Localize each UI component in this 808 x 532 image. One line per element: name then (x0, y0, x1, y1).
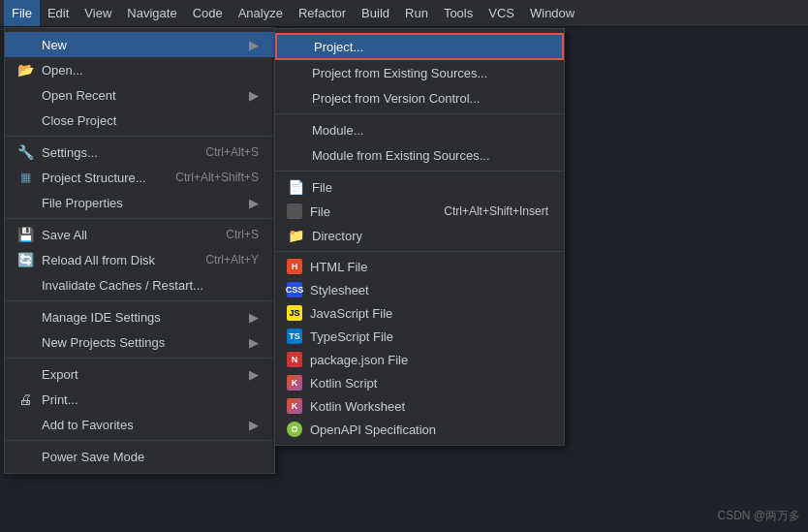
menu-view[interactable]: View (77, 0, 119, 26)
submenu-module-existing-label: Module from Existing Sources... (312, 148, 490, 163)
submenu-item-scratch[interactable]: File Ctrl+Alt+Shift+Insert (275, 200, 564, 223)
menu-item-power-save[interactable]: Power Save Mode (5, 444, 274, 469)
power-save-icon (16, 448, 34, 465)
css-icon: CSS (287, 282, 302, 297)
menu-item-open[interactable]: 📂 Open... (5, 57, 274, 82)
submenu-item-project[interactable]: Project... (275, 33, 564, 60)
submenu-module-label: Module... (312, 123, 363, 138)
open-recent-icon (16, 86, 34, 104)
settings-shortcut: Ctrl+Alt+S (176, 145, 259, 159)
menu-item-save-all[interactable]: 💾 Save All Ctrl+S (5, 222, 274, 247)
project-structure-icon: ▦ (16, 169, 34, 186)
kotlin-script-icon: K (287, 375, 302, 391)
menu-analyze[interactable]: Analyze (231, 0, 291, 26)
submenu-item-js[interactable]: JS JavaScript File (275, 301, 564, 325)
menu-item-settings[interactable]: 🔧 Settings... Ctrl+Alt+S (5, 140, 274, 165)
module-existing-icon (287, 146, 304, 164)
submenu-js-label: JavaScript File (310, 306, 392, 321)
submenu-sep-3 (275, 251, 564, 252)
menu-refactor[interactable]: Refactor (291, 0, 354, 26)
open-recent-arrow: ▶ (239, 88, 259, 103)
menu-tools[interactable]: Tools (436, 0, 481, 26)
new-submenu: Project... Project from Existing Sources… (274, 28, 565, 446)
menu-item-favorites[interactable]: Add to Favorites ▶ (5, 412, 274, 437)
menu-invalidate-label: Invalidate Caches / Restart... (42, 278, 203, 293)
menu-item-invalidate[interactable]: Invalidate Caches / Restart... (5, 272, 274, 297)
menu-item-file-properties[interactable]: File Properties ▶ (5, 190, 274, 215)
submenu-item-ts[interactable]: TS TypeScript File (275, 325, 564, 348)
menu-vcs[interactable]: VCS (481, 0, 522, 26)
menu-item-new-label: New (42, 38, 67, 52)
new-icon (16, 36, 34, 53)
export-icon (16, 365, 34, 383)
submenu-item-module[interactable]: Module... (275, 117, 564, 142)
favorites-icon (16, 416, 34, 433)
menu-item-reload[interactable]: 🔄 Reload All from Disk Ctrl+Alt+Y (5, 247, 274, 272)
submenu-item-css[interactable]: CSS Stylesheet (275, 278, 564, 301)
new-projects-arrow: ▶ (239, 335, 259, 350)
menu-item-export[interactable]: Export ▶ (5, 361, 274, 387)
submenu-sep-1 (275, 113, 564, 114)
file-sep-2 (5, 218, 274, 219)
manage-ide-arrow: ▶ (239, 310, 259, 325)
close-project-icon (16, 111, 34, 129)
submenu-css-label: Stylesheet (310, 283, 369, 297)
menu-project-structure-label: Project Structure... (42, 171, 146, 185)
new-projects-icon (16, 333, 34, 351)
menu-item-new[interactable]: New ▶ Project... Project from Existing S… (5, 32, 274, 57)
reload-shortcut: Ctrl+Alt+Y (176, 253, 259, 266)
menu-file[interactable]: File (4, 0, 40, 26)
menu-reload-label: Reload All from Disk (42, 253, 155, 267)
submenu-pkg-label: package.json File (310, 353, 408, 367)
submenu-project-existing-label: Project from Existing Sources... (312, 66, 487, 80)
menu-code[interactable]: Code (185, 0, 231, 26)
manage-ide-icon (16, 308, 34, 326)
submenu-item-module-existing[interactable]: Module from Existing Sources... (275, 142, 564, 168)
file-sep-5 (5, 440, 274, 441)
export-arrow: ▶ (239, 367, 259, 382)
submenu-item-openapi[interactable]: O OpenAPI Specification (275, 418, 564, 441)
menu-build[interactable]: Build (354, 0, 397, 26)
menu-item-project-structure[interactable]: ▦ Project Structure... Ctrl+Alt+Shift+S (5, 165, 274, 190)
menu-close-project-label: Close Project (42, 113, 116, 128)
menu-item-open-recent[interactable]: Open Recent ▶ (5, 82, 274, 108)
menu-settings-label: Settings... (42, 145, 98, 160)
menu-open-recent-label: Open Recent (42, 88, 116, 103)
menu-item-print[interactable]: 🖨 Print... (5, 387, 274, 412)
menu-navigate[interactable]: Navigate (119, 0, 184, 26)
submenu-item-kotlin-worksheet[interactable]: K Kotlin Worksheet (275, 394, 564, 418)
ts-icon: TS (287, 329, 302, 344)
dropdown-overlay: New ▶ Project... Project from Existing S… (0, 27, 275, 474)
invalidate-icon (16, 276, 34, 294)
menu-power-save-label: Power Save Mode (42, 450, 144, 464)
directory-icon: 📁 (287, 227, 304, 244)
submenu-project-vcs-label: Project from Version Control... (312, 91, 480, 106)
submenu-sep-2 (275, 171, 564, 172)
submenu-item-html[interactable]: H HTML File (275, 255, 564, 278)
menu-edit[interactable]: Edit (40, 0, 77, 26)
file-sep-4 (5, 358, 274, 359)
file-properties-arrow: ▶ (239, 196, 259, 210)
menu-item-manage-ide[interactable]: Manage IDE Settings ▶ (5, 304, 274, 329)
menu-item-new-projects[interactable]: New Projects Settings ▶ (5, 329, 274, 355)
submenu-item-file[interactable]: 📄 File (275, 174, 564, 200)
menu-item-close-project[interactable]: Close Project (5, 108, 274, 133)
menu-file-properties-label: File Properties (42, 196, 123, 210)
menu-run[interactable]: Run (397, 0, 436, 26)
submenu-item-kotlin-script[interactable]: K Kotlin Script (275, 371, 564, 394)
menu-favorites-label: Add to Favorites (42, 418, 134, 432)
menu-window[interactable]: Window (522, 0, 582, 26)
submenu-directory-label: Directory (312, 229, 362, 243)
module-icon (287, 121, 304, 139)
file-sep-1 (5, 136, 274, 137)
new-arrow-icon: ▶ (239, 38, 259, 52)
submenu-item-project-vcs[interactable]: Project from Version Control... (275, 85, 564, 110)
menu-open-label: Open... (42, 63, 83, 78)
submenu-item-pkg[interactable]: N package.json File (275, 348, 564, 371)
submenu-item-directory[interactable]: 📁 Directory (275, 223, 564, 248)
save-all-icon: 💾 (16, 226, 34, 243)
project-structure-shortcut: Ctrl+Alt+Shift+S (146, 171, 259, 184)
menu-save-all-label: Save All (42, 228, 87, 242)
submenu-ts-label: TypeScript File (310, 329, 393, 344)
submenu-item-project-existing[interactable]: Project from Existing Sources... (275, 60, 564, 85)
